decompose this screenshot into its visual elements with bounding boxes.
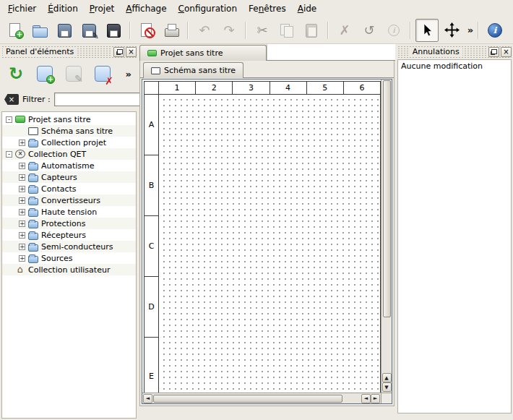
redo-button[interactable]: ↷ bbox=[217, 19, 241, 42]
scissors-icon: ✂ bbox=[256, 24, 267, 37]
tree-expander[interactable]: + bbox=[19, 163, 25, 169]
selection-mode-button[interactable] bbox=[415, 19, 439, 42]
scroll-down-button[interactable]: ▼ bbox=[382, 382, 392, 392]
scroll-up-button[interactable]: ▲ bbox=[382, 373, 392, 382]
row-label: D bbox=[145, 277, 158, 338]
menu-fichier[interactable]: Fichier bbox=[2, 0, 42, 17]
element-info-button[interactable]: i bbox=[382, 19, 405, 42]
tree-item-contacts[interactable]: +Contacts bbox=[2, 183, 136, 194]
tree-expander[interactable]: + bbox=[19, 197, 25, 204]
tree-item-recepteurs[interactable]: +Récepteurs bbox=[2, 229, 136, 241]
tree-item-convertisseurs[interactable]: +Convertisseurs bbox=[2, 194, 136, 206]
tree-expander[interactable]: + bbox=[19, 174, 25, 181]
delete-button[interactable]: ✗ bbox=[333, 19, 356, 42]
reload-icon: ↻ bbox=[9, 65, 23, 82]
menu-configuration[interactable]: Configuration bbox=[173, 0, 243, 17]
tree-expander[interactable]: + bbox=[19, 186, 25, 192]
edit-element-button[interactable]: ✎ bbox=[61, 61, 87, 87]
scroll-left-button[interactable]: ◄ bbox=[143, 394, 152, 403]
elements-panel-toolbar: ↻ + ✎ ✗ » bbox=[0, 59, 138, 89]
folder-icon bbox=[28, 163, 38, 171]
float-dock-button[interactable] bbox=[113, 47, 124, 57]
close-dock-button[interactable]: × bbox=[501, 47, 512, 57]
red-x-icon: ✗ bbox=[105, 76, 113, 86]
pencil-icon: ✎ bbox=[91, 31, 99, 40]
row-label: E bbox=[145, 338, 158, 393]
menu-bar: Fichier Édition Projet Affichage Configu… bbox=[0, 0, 513, 17]
tree-expander[interactable]: + bbox=[19, 209, 25, 215]
arrow-up-icon: ▲ bbox=[384, 375, 388, 381]
tree-item-collection-utilisateur[interactable]: ⌂Collection utilisateur bbox=[2, 264, 136, 275]
tree-item-label: Collection projet bbox=[41, 138, 106, 147]
tree-expander[interactable]: - bbox=[6, 116, 12, 123]
close-file-icon bbox=[138, 22, 155, 39]
copy-icon bbox=[278, 22, 296, 39]
tree-item-semi-conducteurs[interactable]: +Semi-conducteurs bbox=[2, 241, 136, 252]
save-as-button[interactable]: ✎ bbox=[77, 19, 100, 42]
new-element-button[interactable]: + bbox=[32, 61, 58, 87]
tree-expander[interactable]: + bbox=[19, 232, 25, 239]
tree-item-collection-projet[interactable]: +Collection projet bbox=[2, 137, 136, 148]
column-label: 4 bbox=[270, 82, 307, 94]
scroll-right-button[interactable]: ► bbox=[371, 394, 380, 403]
tree-item-label: Protections bbox=[41, 219, 85, 228]
paste-button[interactable] bbox=[300, 19, 323, 42]
close-dock-button[interactable]: × bbox=[126, 47, 137, 57]
elements-panel-titlebar: Panel d'éléments × bbox=[1, 46, 137, 58]
undo-history-list[interactable]: Aucune modification bbox=[397, 59, 512, 413]
panel-toolbar-overflow-button[interactable]: » bbox=[126, 69, 132, 80]
save-all-button[interactable] bbox=[102, 19, 125, 42]
vertical-scrollbar-thumb[interactable] bbox=[383, 80, 391, 317]
tree-item-protections[interactable]: +Protections bbox=[2, 218, 136, 229]
diagram-page: 1 2 3 4 5 6 A B C D E bbox=[144, 81, 381, 393]
tree-expander[interactable]: + bbox=[19, 140, 25, 146]
tree-item-automatisme[interactable]: +Automatisme bbox=[2, 160, 136, 171]
horizontal-scrollbar-thumb[interactable] bbox=[153, 395, 342, 403]
schema-tab[interactable]: Schéma sans titre bbox=[143, 62, 243, 78]
copy-button[interactable] bbox=[275, 19, 298, 42]
open-project-button[interactable] bbox=[28, 19, 51, 42]
diagram-canvas[interactable]: 1 2 3 4 5 6 A B C D E bbox=[142, 80, 381, 393]
toolbar-separator bbox=[245, 22, 246, 39]
dotted-grid-area[interactable] bbox=[159, 95, 380, 393]
move-arrows-icon bbox=[444, 22, 460, 38]
tree-item-schema[interactable]: Schéma sans titre bbox=[2, 125, 136, 137]
horizontal-scrollbar: ◄ ◄ ► bbox=[142, 393, 381, 403]
cut-button[interactable]: ✂ bbox=[251, 19, 274, 42]
undo-button[interactable]: ↶ bbox=[193, 19, 216, 42]
print-button[interactable] bbox=[160, 19, 183, 42]
save-button[interactable] bbox=[53, 19, 76, 42]
delete-x-icon: ✗ bbox=[339, 24, 350, 37]
tree-item-capteurs[interactable]: +Capteurs bbox=[2, 171, 136, 183]
tree-item-collection-qet[interactable]: -×Collection QET bbox=[2, 148, 136, 160]
menu-affichage[interactable]: Affichage bbox=[120, 0, 172, 17]
toolbar-overflow-button[interactable]: » bbox=[465, 19, 476, 42]
row-ruler: A B C D E bbox=[145, 95, 159, 393]
menu-aide[interactable]: Aide bbox=[292, 0, 323, 17]
tree-item-haute-tension[interactable]: +Haute tension bbox=[2, 206, 136, 218]
tree-expander[interactable]: + bbox=[19, 244, 25, 250]
tree-expander[interactable]: + bbox=[19, 220, 25, 227]
menu-fenetres[interactable]: Fenêtres bbox=[243, 0, 292, 17]
menu-edition[interactable]: Édition bbox=[42, 0, 84, 17]
new-project-button[interactable]: + bbox=[4, 19, 27, 42]
tree-expander[interactable]: + bbox=[19, 255, 25, 262]
tree-item-project[interactable]: -Projet sans titre bbox=[2, 113, 136, 125]
column-label: 5 bbox=[307, 82, 344, 94]
reload-collections-button[interactable]: ↻ bbox=[3, 61, 29, 87]
close-file-button[interactable] bbox=[135, 19, 158, 42]
delete-element-button[interactable]: ✗ bbox=[90, 61, 116, 87]
scroll-left-button-2[interactable]: ◄ bbox=[361, 394, 371, 403]
float-dock-button[interactable] bbox=[488, 47, 499, 57]
plus-badge-icon: + bbox=[15, 30, 24, 39]
pan-mode-button[interactable] bbox=[440, 19, 463, 42]
tree-item-sources[interactable]: +Sources bbox=[2, 252, 136, 264]
rotate-button[interactable]: ↺ bbox=[358, 19, 381, 42]
arrow-left-icon: ◄ bbox=[364, 395, 368, 401]
about-qet-button[interactable]: i bbox=[483, 19, 506, 42]
mdi-area: Projet sans titre Schéma sans titre 1 2 bbox=[139, 44, 395, 420]
clear-filter-button[interactable]: × bbox=[4, 94, 19, 105]
project-tab[interactable]: Projet sans titre bbox=[139, 45, 267, 61]
menu-projet[interactable]: Projet bbox=[84, 0, 120, 17]
tree-expander[interactable]: - bbox=[6, 151, 12, 158]
